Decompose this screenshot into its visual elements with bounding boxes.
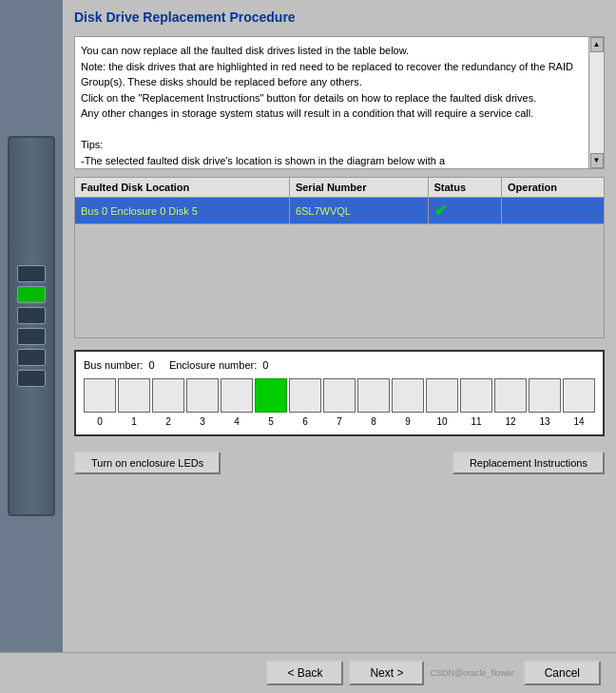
bottom-bar: < Back Next > CSDN@oracle_flower Cancel bbox=[0, 652, 616, 693]
cell-location: Bus 0 Enclosure 0 Disk 5 bbox=[75, 198, 290, 224]
slot-num-13: 13 bbox=[529, 416, 561, 427]
slot-num-12: 12 bbox=[494, 416, 527, 427]
slot-num-4: 4 bbox=[221, 416, 253, 427]
slot-num-9: 9 bbox=[392, 416, 424, 427]
cell-status: ✔ bbox=[428, 198, 502, 224]
slot-num-11: 11 bbox=[460, 416, 492, 427]
drive-slot-v6 bbox=[17, 370, 46, 387]
drive-slot-v5 bbox=[17, 349, 46, 366]
slot-num-10: 10 bbox=[426, 416, 458, 427]
drive-slot-v1 bbox=[17, 265, 46, 282]
slot-numbers: 0 1 2 3 4 5 6 7 8 9 10 11 12 13 14 bbox=[84, 416, 595, 427]
diagram-header: Bus number: 0 Enclosure number: 0 bbox=[84, 359, 595, 371]
enclosure-visual bbox=[8, 136, 55, 516]
slot-9 bbox=[392, 378, 424, 413]
diagram-box: Bus number: 0 Enclosure number: 0 bbox=[74, 350, 605, 436]
disk-table: Faulted Disk Location Serial Number Stat… bbox=[74, 177, 605, 338]
slot-num-7: 7 bbox=[323, 416, 356, 427]
drive-slot-v4 bbox=[17, 328, 46, 345]
slot-num-6: 6 bbox=[289, 416, 321, 427]
content-area: Disk Drive Replacement Procedure You can… bbox=[63, 0, 616, 652]
check-icon: ✔ bbox=[434, 202, 447, 219]
slot-7 bbox=[323, 378, 356, 413]
cell-serial: 6SL7WVQL bbox=[289, 198, 428, 224]
slot-4 bbox=[221, 378, 253, 413]
slot-3 bbox=[186, 378, 219, 413]
col-operation: Operation bbox=[502, 178, 605, 198]
cancel-button[interactable]: Cancel bbox=[524, 661, 601, 685]
slot-0 bbox=[84, 378, 116, 413]
scrollbar-down-button[interactable]: ▼ bbox=[590, 153, 604, 168]
slot-1 bbox=[118, 378, 150, 413]
empty-row bbox=[75, 224, 605, 338]
slot-8 bbox=[357, 378, 390, 413]
drive-slot-v2 bbox=[17, 286, 46, 303]
slot-12 bbox=[494, 378, 527, 413]
scrollbar-track bbox=[590, 52, 604, 153]
slot-5 bbox=[255, 378, 287, 413]
slot-num-2: 2 bbox=[152, 416, 184, 427]
scrollbar: ▲ ▼ bbox=[588, 37, 604, 168]
cell-operation bbox=[502, 198, 605, 224]
slot-num-3: 3 bbox=[186, 416, 219, 427]
enclosure-label: Enclosure number: bbox=[169, 359, 257, 371]
slot-num-1: 1 bbox=[118, 416, 150, 427]
enclosure-value: 0 bbox=[262, 359, 268, 371]
col-location: Faulted Disk Location bbox=[75, 178, 290, 198]
main-container: Disk Drive Replacement Procedure You can… bbox=[0, 0, 616, 652]
action-buttons: Turn on enclosure LEDs Replacement Instr… bbox=[74, 452, 605, 474]
page-title: Disk Drive Replacement Procedure bbox=[74, 10, 605, 25]
slot-num-14: 14 bbox=[563, 416, 595, 427]
drive-slot-v3 bbox=[17, 307, 46, 324]
bus-value: 0 bbox=[149, 359, 155, 371]
left-panel bbox=[0, 0, 63, 652]
info-text: You can now replace all the faulted disk… bbox=[81, 43, 598, 168]
col-status: Status bbox=[428, 178, 502, 198]
slot-10 bbox=[426, 378, 458, 413]
slot-num-8: 8 bbox=[357, 416, 390, 427]
slot-13 bbox=[529, 378, 561, 413]
next-button[interactable]: Next > bbox=[349, 661, 424, 685]
table-row[interactable]: Bus 0 Enclosure 0 Disk 5 6SL7WVQL ✔ bbox=[75, 198, 605, 224]
slot-num-5: 5 bbox=[255, 416, 287, 427]
slot-6 bbox=[289, 378, 321, 413]
watermark: CSDN@oracle_flower bbox=[430, 668, 513, 678]
slot-14 bbox=[563, 378, 595, 413]
info-box: You can now replace all the faulted disk… bbox=[74, 36, 605, 169]
back-button[interactable]: < Back bbox=[266, 661, 343, 685]
disk-slots bbox=[84, 378, 595, 413]
bus-label: Bus number: bbox=[84, 359, 143, 371]
slot-11 bbox=[460, 378, 492, 413]
empty-cell bbox=[75, 224, 605, 338]
turn-on-leds-button[interactable]: Turn on enclosure LEDs bbox=[74, 452, 221, 474]
scrollbar-up-button[interactable]: ▲ bbox=[590, 37, 604, 52]
col-serial: Serial Number bbox=[289, 178, 428, 198]
slot-2 bbox=[152, 378, 184, 413]
slot-num-0: 0 bbox=[84, 416, 116, 427]
replacement-instructions-button[interactable]: Replacement Instructions bbox=[452, 452, 605, 474]
